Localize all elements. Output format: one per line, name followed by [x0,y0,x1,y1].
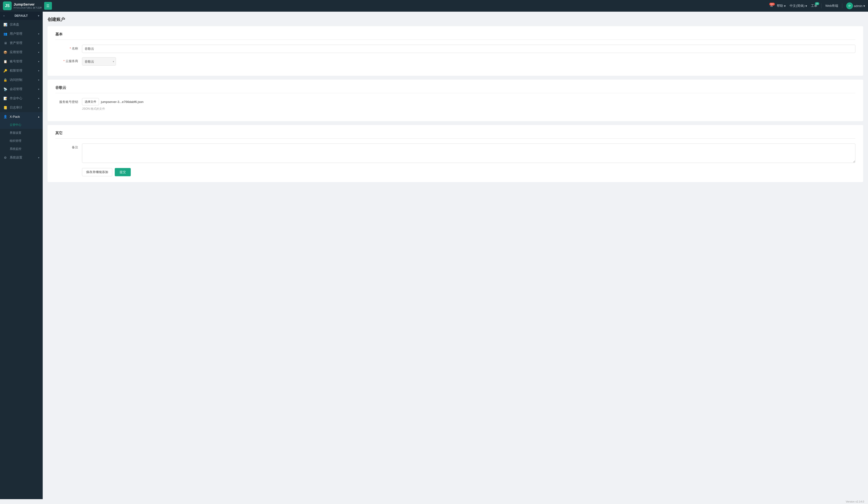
version-bar: Version v2.14.0 [0,499,868,504]
file-name-label: jumpserver-3...e766dabf6.json [101,100,144,104]
sidebar-item-dashboard[interactable]: 📊 仪表盘 [0,20,43,29]
form-buttons: 保存并继续添加 提交 [82,168,855,176]
topbar-left: JS JumpServer FIT2CLOUD飞致云 旗下品牌 ☰ [3,1,52,10]
logo-icon: JS [3,1,12,10]
lang-label: 中文(简体) [790,4,804,8]
basic-section-card: 基本 名称 云服务商 谷歌云 ▾ [48,26,863,76]
org-selector-label: DEFAULT [14,14,28,18]
sidebar-item-user-mgmt[interactable]: 👥 用户管理 ▾ [0,29,43,38]
sidebar-item-label: 应用管理 [10,50,22,54]
sidebar-item-label: 用户管理 [10,32,22,36]
help-chevron-icon: ▾ [784,4,786,8]
perm-mgmt-icon: 🔑 [3,69,7,73]
cloud-provider-select-wrapper: 谷歌云 ▾ [82,57,116,65]
save-continue-button[interactable]: 保存并继续添加 [82,168,112,176]
other-section-card: 其它 备注 保存并继续添加 提交 [48,125,863,182]
help-menu[interactable]: 帮助 ▾ [777,4,786,8]
session-mgmt-icon: 📡 [3,87,7,91]
asset-mgmt-icon: 🖥 [3,41,7,45]
version-label: Version v2.14.0 [846,500,864,503]
sidebar-item-label: 资产管理 [10,41,22,45]
notes-label: 备注 [55,143,82,150]
sidebar-item-label: 日志审计 [10,105,22,110]
service-key-field-row: 服务账号密钥 选择文件 jumpserver-3...e766dabf6.jso… [55,98,855,111]
sidebar-item-xpack[interactable]: 👤 X-Pack ▴ [0,112,43,121]
sidebar-item-sys-settings[interactable]: ⚙ 系统设置 ▾ [0,153,43,162]
logo-text: JumpServer FIT2CLOUD飞致云 旗下品牌 [13,2,42,9]
file-upload-area: 选择文件 jumpserver-3...e766dabf6.json [82,98,855,105]
basic-section-title: 基本 [55,32,855,40]
sidebar-item-app-mgmt[interactable]: 📦 应用管理 ▾ [0,48,43,57]
chevron-down-icon: ▾ [38,79,39,81]
ops-center-icon: 📝 [3,97,7,100]
other-section-title: 其它 [55,131,855,139]
tool-button[interactable]: 工单 15 [811,4,817,8]
chevron-down-icon: ▾ [38,60,39,63]
name-input[interactable] [82,45,855,53]
page-title: 创建账户 [48,17,863,22]
chevron-down-icon: ▾ [38,157,39,159]
sidebar-item-label: 权限管理 [10,69,22,73]
mail-button[interactable]: ✉ 99+ [770,4,773,8]
sidebar-item-label: 作业中心 [10,96,22,101]
sidebar-item-label: 系统设置 [10,155,22,160]
sidebar-item-label: 仪表盘 [10,22,19,27]
sidebar-item-log-audit[interactable]: 📒 日志审计 ▾ [0,103,43,112]
chevron-down-icon: ▾ [38,88,39,91]
mail-badge: 99+ [769,3,775,6]
sidebar-item-ops-center[interactable]: 📝 作业中心 ▾ [0,94,43,103]
notes-field-row: 备注 [55,143,855,164]
tool-badge: 15 [815,2,819,5]
admin-menu[interactable]: ⟳ admin ▾ [846,2,865,9]
xpack-icon: 👤 [3,114,7,119]
topbar: JS JumpServer FIT2CLOUD飞致云 旗下品牌 ☰ ✉ 99+ … [0,0,868,12]
topbar-divider [821,3,822,8]
sidebar-item-label: X-Pack [10,115,20,119]
sidebar-subitem-sys-monitor[interactable]: 系统监控 [0,145,43,153]
google-section-card: 谷歌云 服务账号密钥 选择文件 jumpserver-3...e766dabf6… [48,80,863,121]
log-audit-icon: 📒 [3,105,7,110]
web-terminal-button[interactable]: Web终端 [825,4,838,8]
sidebar: ▪ DEFAULT ▾ 📊 仪表盘 👥 用户管理 ▾ 🖥 资产管理 ▾ [0,12,43,499]
logo-area: JS JumpServer FIT2CLOUD飞致云 旗下品牌 [3,1,42,10]
sidebar-subitem-org-mgmt[interactable]: 组织管理 [0,137,43,145]
help-label: 帮助 [777,4,783,8]
service-key-label: 服务账号密钥 [55,98,82,104]
chevron-down-icon: ▾ [38,69,39,72]
cloud-provider-select[interactable]: 谷歌云 [82,57,116,65]
sidebar-item-label: 访问控制 [10,78,22,82]
sidebar-item-perm-mgmt[interactable]: 🔑 权限管理 ▾ [0,66,43,75]
sidebar-item-label: 账号管理 [10,59,22,64]
notes-control [82,143,855,164]
file-hint-label: JSON 格式的文件 [82,107,855,111]
file-select-button[interactable]: 选择文件 [82,98,99,105]
sidebar-subitem-ui-settings[interactable]: 界面设置 [0,129,43,137]
org-icon: ▪ [3,14,4,18]
chevron-down-icon: ▾ [38,51,39,54]
org-selector[interactable]: ▪ DEFAULT ▾ [0,12,43,20]
notes-textarea[interactable] [82,143,855,163]
lang-menu[interactable]: 中文(简体) ▾ [790,4,807,8]
org-chevron-icon: ▾ [38,14,39,18]
lang-chevron-icon: ▾ [805,4,807,8]
sidebar-item-asset-mgmt[interactable]: 🖥 资产管理 ▾ [0,38,43,48]
chevron-up-icon: ▴ [38,115,39,118]
submit-button[interactable]: 提交 [115,168,131,176]
main-layout: ▪ DEFAULT ▾ 📊 仪表盘 👥 用户管理 ▾ 🖥 资产管理 ▾ [0,12,868,499]
web-terminal-label: Web终端 [825,4,838,8]
menu-toggle-button[interactable]: ☰ [44,2,52,10]
avatar: ⟳ [846,2,853,9]
dashboard-icon: 📊 [3,22,7,27]
app-mgmt-icon: 📦 [3,50,7,54]
chevron-down-icon: ▾ [38,97,39,100]
sidebar-item-session-mgmt[interactable]: 📡 会话管理 ▾ [0,84,43,94]
topbar-right: ✉ 99+ 帮助 ▾ 中文(简体) ▾ 工单 15 Web终端 ⟳ admin … [770,2,865,9]
sidebar-item-access-ctrl[interactable]: 🔒 访问控制 ▾ [0,75,43,84]
name-label: 名称 [55,45,82,51]
sidebar-item-account-mgmt[interactable]: 📋 账号管理 ▾ [0,57,43,66]
sidebar-subitem-cloud-center[interactable]: 云管中心 [0,121,43,129]
cloud-provider-field-row: 云服务商 谷歌云 ▾ [55,57,855,65]
cloud-provider-label: 云服务商 [55,57,82,63]
chevron-down-icon: ▾ [38,42,39,44]
account-mgmt-icon: 📋 [3,60,7,63]
